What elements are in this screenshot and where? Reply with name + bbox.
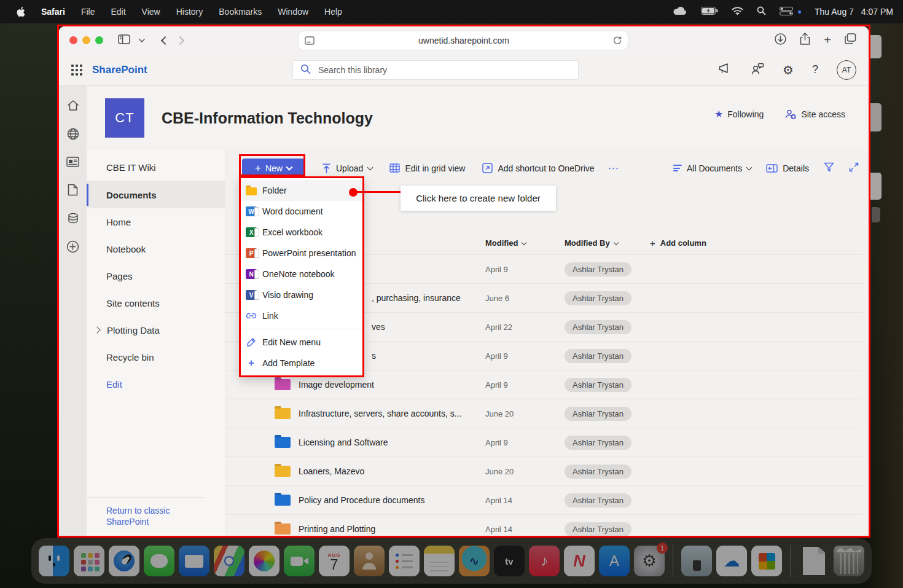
modified-by-persona[interactable]: Ashlar Trystan [565, 378, 631, 392]
details-button[interactable]: Details [766, 163, 809, 173]
menubar-item-file[interactable]: File [81, 7, 95, 17]
file-name[interactable]: Licensing and Software [299, 437, 388, 447]
dock-finder-icon[interactable] [39, 546, 69, 576]
new-tab-icon[interactable]: + [824, 34, 831, 46]
modified-by-persona[interactable]: Ashlar Trystan [565, 407, 631, 421]
dock-document-icon[interactable] [799, 546, 829, 576]
onedrive-cloud-icon[interactable] [673, 6, 687, 17]
new-menu-action-edit-new-menu[interactable]: Edit New menu [241, 332, 362, 353]
sidebar-item-site-contents[interactable]: Site contents [87, 289, 225, 316]
menubar-item-help[interactable]: Help [324, 7, 342, 17]
new-menu-item-visio-drawing[interactable]: VVisio drawing [241, 284, 362, 305]
dock-onedrive-icon[interactable]: ☁ [716, 546, 747, 576]
dock-trash-icon[interactable] [834, 546, 864, 576]
view-selector[interactable]: All Documents [673, 163, 751, 173]
battery-icon[interactable] [701, 7, 718, 17]
dock-maps-icon[interactable] [214, 546, 244, 576]
site-access-button[interactable]: Site access [784, 109, 845, 120]
modified-by-header[interactable]: Modified By [565, 238, 650, 248]
downloads-icon[interactable] [775, 33, 786, 47]
sidebar-chevron-icon[interactable] [139, 36, 145, 42]
menubar-item-window[interactable]: Window [278, 7, 308, 17]
menubar-clock[interactable]: Thu Aug 74:07 PM [815, 7, 893, 17]
library-search-box[interactable] [292, 60, 579, 80]
modified-by-persona[interactable]: Ashlar Trystan [565, 291, 631, 305]
dock-settings-icon[interactable]: ⚙1 [634, 546, 665, 576]
modified-by-persona[interactable]: Ashlar Trystan [565, 349, 631, 363]
modified-by-persona[interactable]: Ashlar Trystan [565, 522, 631, 536]
dock-mail-icon[interactable] [179, 546, 209, 576]
help-icon[interactable]: ? [812, 63, 818, 76]
new-menu-item-excel-workbook[interactable]: XExcel workbook [241, 222, 362, 243]
sidebar-item-notebook[interactable]: Notebook [87, 235, 225, 262]
home-icon[interactable] [67, 100, 79, 111]
table-row[interactable]: Policy and Procedure documentsApril 14As… [225, 486, 862, 515]
dock-reminders-icon[interactable] [389, 546, 420, 576]
sidebar-item-documents[interactable]: Documents [87, 181, 225, 208]
dock-launchpad-icon[interactable] [74, 546, 104, 576]
wifi-icon[interactable] [732, 7, 743, 17]
following-button[interactable]: ★ Following [714, 108, 764, 120]
feedback-icon[interactable] [751, 63, 764, 77]
reload-icon[interactable] [613, 36, 622, 45]
fullscreen-icon[interactable] [849, 162, 859, 174]
back-icon[interactable] [161, 36, 170, 44]
modified-by-persona[interactable]: Ashlar Trystan [565, 465, 631, 479]
dock-photos-icon[interactable] [249, 546, 280, 576]
tab-overview-icon[interactable] [845, 33, 856, 47]
dock-downloads-icon[interactable] [681, 546, 712, 576]
site-logo[interactable]: CT [105, 98, 144, 138]
table-row[interactable]: Licensing and SoftwareApril 9Ashlar Trys… [225, 428, 862, 457]
apple-menu-icon[interactable] [16, 7, 25, 17]
file-name[interactable]: Infrastructure, servers, share accounts,… [299, 409, 461, 418]
add-shortcut-onedrive-button[interactable]: Add shortcut to OneDrive [482, 163, 594, 173]
spotlight-icon[interactable] [757, 6, 766, 17]
file-name[interactable]: Printing and Plotting [299, 524, 375, 534]
dock-safari-icon[interactable] [109, 546, 139, 576]
file-name[interactable]: Loaners, Mazevo [299, 466, 364, 476]
minimize-button[interactable] [82, 36, 90, 44]
megaphone-icon[interactable] [719, 63, 732, 77]
page-settings-icon[interactable] [305, 36, 315, 45]
modified-by-persona[interactable]: Ashlar Trystan [565, 493, 631, 508]
dock-appletv-icon[interactable]: tv [494, 546, 525, 576]
add-icon[interactable] [66, 240, 79, 253]
dock-calendar-icon[interactable]: AUG7 [319, 546, 350, 576]
return-to-classic-link[interactable]: Return to classic SharePoint [87, 497, 205, 536]
dock-news-icon[interactable]: N [564, 546, 595, 576]
upload-button[interactable]: Upload [322, 163, 372, 173]
add-column-button[interactable]: + Add column [650, 238, 862, 248]
account-avatar[interactable]: AT [837, 60, 856, 80]
app-launcher-icon[interactable] [71, 65, 82, 76]
dock-msoffice-icon[interactable] [751, 546, 782, 576]
new-menu-action-add-template[interactable]: +Add Template [241, 353, 362, 374]
control-center-icon[interactable] [780, 7, 793, 17]
table-row[interactable]: Printing and PlottingApril 14Ashlar Trys… [225, 515, 862, 536]
sidebar-item-cbe-it-wiki[interactable]: CBE IT Wiki [87, 154, 225, 181]
page-icon[interactable] [68, 184, 78, 196]
more-commands-icon[interactable]: ⋯ [608, 162, 619, 175]
new-menu-item-word-document[interactable]: WWord document [241, 201, 362, 222]
dock-music-icon[interactable]: ♪ [529, 546, 560, 576]
sidebar-item-pages[interactable]: Pages [87, 262, 225, 289]
globe-icon[interactable] [67, 128, 79, 140]
menubar-item-bookmarks[interactable]: Bookmarks [219, 7, 262, 17]
sidebar-item-home[interactable]: Home [87, 208, 225, 235]
gear-icon[interactable]: ⚙ [783, 63, 794, 77]
dock-notes-icon[interactable] [424, 546, 455, 576]
dock-messages-icon[interactable] [144, 546, 174, 576]
library-icon[interactable] [67, 213, 79, 224]
menubar-item-view[interactable]: View [142, 7, 160, 17]
forward-icon[interactable] [176, 36, 184, 44]
maximize-button[interactable] [95, 36, 103, 44]
file-name[interactable]: Image development [299, 380, 374, 390]
modified-header[interactable]: Modified [485, 238, 565, 248]
menubar-item-edit[interactable]: Edit [111, 7, 125, 17]
new-menu-item-link[interactable]: Link [241, 305, 362, 326]
file-name[interactable]: Policy and Procedure documents [299, 495, 424, 505]
address-bar[interactable]: uwnetid.sharepoint.com [299, 31, 628, 50]
menubar-item-history[interactable]: History [176, 7, 203, 17]
dock-facetime-icon[interactable] [284, 546, 315, 576]
nav-edit-link[interactable]: Edit [87, 370, 225, 398]
dock-contacts-icon[interactable] [354, 546, 385, 576]
